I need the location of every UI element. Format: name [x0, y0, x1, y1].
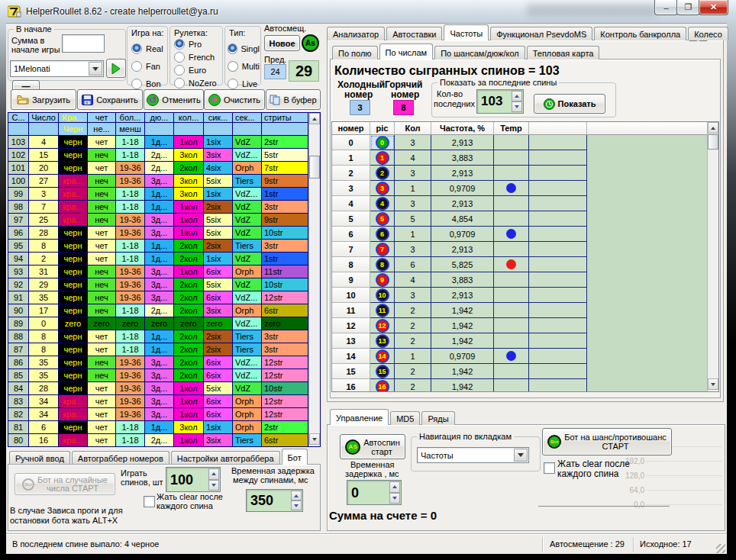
- save-button[interactable]: Сохранить: [77, 89, 143, 110]
- load-button[interactable]: Загрузить: [11, 89, 76, 110]
- preset-combobox-arrow[interactable]: [89, 62, 102, 76]
- chance-bot-start-button[interactable]: Bot Бот на шанс/противошансСТАРТ: [542, 428, 672, 455]
- stepper-up[interactable]: [208, 468, 219, 480]
- tab-navigation-combobox[interactable]: Частоты: [417, 447, 529, 463]
- number-pic-cell[interactable]: 12: [370, 318, 395, 333]
- radio-live[interactable]: [228, 79, 238, 89]
- number-pic-cell[interactable]: 0: [370, 135, 395, 150]
- number-pic-cell[interactable]: 2: [370, 166, 395, 181]
- frequency-table-scrollbar[interactable]: [707, 122, 718, 391]
- tab-анализатор[interactable]: Анализатор: [327, 27, 385, 40]
- column-header[interactable]: сек...: [233, 113, 262, 123]
- column-header[interactable]: Число: [29, 113, 59, 123]
- stepper-down[interactable]: [208, 480, 219, 491]
- stepper-up[interactable]: [389, 481, 400, 493]
- tab-контроль-банкролла[interactable]: Контроль банкролла: [594, 27, 686, 40]
- column-header[interactable]: дю...: [145, 113, 174, 123]
- last-spins-stepper[interactable]: 103: [476, 89, 524, 114]
- tab-управление[interactable]: Управление: [330, 409, 389, 425]
- column-header[interactable]: pic: [370, 122, 395, 135]
- number-pic-cell[interactable]: 14: [370, 349, 395, 364]
- scroll-down-arrow[interactable]: [309, 433, 320, 445]
- title-bar[interactable]: HelperRoullet 8.62 - create helperroulle…: [0, 0, 736, 24]
- as-button[interactable]: As: [302, 34, 319, 52]
- scroll-thumb[interactable]: [309, 156, 320, 179]
- number-pic-cell[interactable]: 13: [370, 333, 395, 349]
- number-pic-cell[interactable]: 3: [370, 181, 395, 196]
- radio-singl[interactable]: [228, 43, 237, 54]
- number-pic-cell[interactable]: 10: [370, 288, 395, 303]
- autospin-start-button[interactable]: AS Автоспинстарт: [340, 434, 405, 459]
- tab-navigation-arrow[interactable]: [514, 449, 528, 462]
- column-header[interactable]: Частота, %: [431, 122, 494, 135]
- number-pic-cell[interactable]: 8: [370, 257, 395, 272]
- copy-to-buffer-button[interactable]: В буфер: [266, 89, 321, 110]
- number-pic-cell[interactable]: 11: [370, 303, 395, 318]
- clear-after-spin-checkbox[interactable]: [144, 496, 155, 507]
- number-pic-cell[interactable]: 1: [370, 150, 395, 166]
- tab-md5[interactable]: MD5: [390, 411, 420, 425]
- spins-table-scrollbar[interactable]: [308, 113, 320, 446]
- radio-pro[interactable]: [174, 39, 185, 50]
- subtab-тепловая-карта[interactable]: Тепловая карта: [527, 46, 600, 60]
- column-header[interactable]: сик...: [204, 113, 233, 123]
- number-pic-cell[interactable]: 9: [370, 272, 395, 288]
- preset-combobox[interactable]: 1Melonati: [10, 60, 104, 77]
- delay-stepper[interactable]: 0: [347, 480, 402, 505]
- resize-grip[interactable]: [716, 544, 725, 553]
- delay-between-stepper[interactable]: 350: [246, 489, 303, 512]
- stepper-up[interactable]: [512, 91, 522, 101]
- tab-бот[interactable]: Бот: [282, 449, 308, 465]
- number-pic-cell[interactable]: 5: [370, 211, 395, 227]
- subtab-по-числам[interactable]: По числам: [379, 43, 434, 60]
- subtab-по-шансам-дюж-кол[interactable]: По шансам/дюж/кол: [434, 46, 525, 60]
- clear-button[interactable]: ✶ Очистить: [204, 89, 265, 110]
- tab-автоставки[interactable]: Автоставки: [386, 27, 442, 40]
- radio-real[interactable]: [131, 43, 142, 54]
- scroll-up-arrow[interactable]: [708, 122, 718, 134]
- column-header[interactable]: бол...: [116, 113, 145, 123]
- new-button[interactable]: Новое: [264, 35, 300, 51]
- stepper-down[interactable]: [512, 101, 522, 112]
- tab-ручной-ввод[interactable]: Ручной ввод: [9, 451, 70, 465]
- scroll-up-arrow[interactable]: [309, 113, 320, 124]
- show-button[interactable]: Показать: [534, 94, 605, 114]
- column-header[interactable]: Кол: [395, 122, 431, 135]
- column-header[interactable]: С...: [8, 113, 29, 123]
- clear-after-spin-checkbox[interactable]: [544, 462, 555, 474]
- number-pic-cell[interactable]: 16: [370, 379, 395, 392]
- scroll-thumb[interactable]: [708, 134, 718, 150]
- number-pic-cell[interactable]: 15: [370, 364, 395, 379]
- column-header[interactable]: Кра...: [59, 113, 88, 123]
- column-header[interactable]: [529, 122, 587, 135]
- column-header[interactable]: стриты: [262, 113, 308, 123]
- number-pic-cell[interactable]: 6: [370, 227, 395, 242]
- scroll-down-arrow[interactable]: [708, 378, 718, 390]
- radio-nozero[interactable]: [174, 78, 185, 89]
- number-pic-cell[interactable]: 7: [370, 242, 395, 257]
- undo-button[interactable]: ↺ Отменить: [144, 89, 204, 110]
- stepper-down[interactable]: [389, 493, 400, 504]
- start-sum-input[interactable]: [62, 34, 105, 53]
- tab-частоты[interactable]: Частоты: [444, 24, 489, 40]
- radio-french[interactable]: [174, 52, 185, 63]
- play-button[interactable]: [106, 59, 126, 78]
- maximize-button[interactable]: ❐: [676, 0, 700, 15]
- stepper-up[interactable]: [291, 491, 302, 500]
- column-header[interactable]: чет: [88, 113, 116, 123]
- radio-bon[interactable]: [131, 79, 142, 89]
- tab-настройки-автограббера[interactable]: Настройки автограббера: [171, 451, 280, 465]
- tab-функционал-psevdoms[interactable]: Функционал PsevdoMS: [490, 27, 592, 40]
- number-pic-cell[interactable]: 4: [370, 196, 395, 211]
- radio-multi[interactable]: [228, 61, 238, 72]
- close-button[interactable]: ✕: [699, 0, 728, 15]
- minimize-button[interactable]: –: [654, 0, 678, 15]
- tab-ряды[interactable]: Ряды: [421, 411, 454, 425]
- radio-euro[interactable]: [174, 65, 185, 76]
- random-numbers-bot-button[interactable]: Bot Бот на случайныечисла СТАРТ: [15, 473, 115, 495]
- column-header[interactable]: Temp: [494, 122, 529, 135]
- subtab-по-полю[interactable]: По полю: [332, 46, 378, 60]
- tab-автограббер-номеров[interactable]: Автограббер номеров: [72, 451, 169, 465]
- column-header[interactable]: кол...: [174, 113, 204, 123]
- column-header[interactable]: номер: [332, 122, 370, 135]
